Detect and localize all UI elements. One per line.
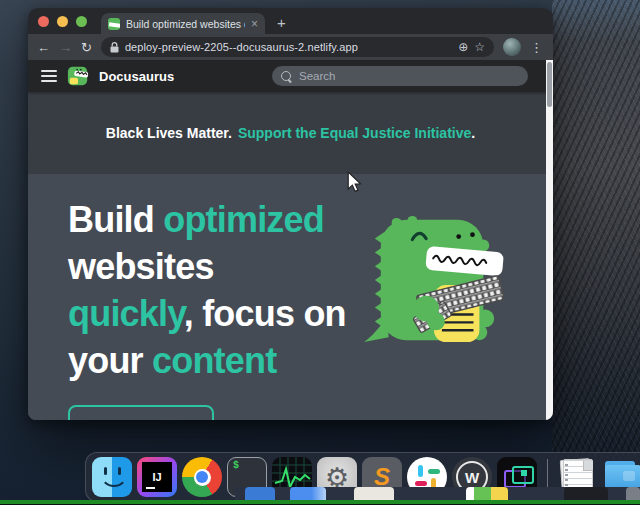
forward-icon[interactable]: →: [59, 41, 72, 54]
headline-line: your content: [68, 337, 346, 384]
headline-text: websites: [68, 246, 214, 287]
scrollbar-thumb[interactable]: [547, 62, 552, 107]
site-title[interactable]: Docusaurus: [99, 69, 174, 84]
minimize-window-button[interactable]: [57, 16, 68, 27]
browser-menu-icon[interactable]: ⋮: [530, 40, 544, 55]
artifact-light-blue-app-icon: [290, 487, 326, 500]
wallpaper-mountain: [552, 0, 640, 460]
window-controls: [38, 8, 87, 34]
hero-headline: Build optimized websites quickly, focus …: [68, 196, 346, 384]
headline-accent: quickly: [68, 293, 184, 334]
search-input[interactable]: [297, 69, 519, 83]
dock-chrome-icon[interactable]: [182, 457, 222, 497]
web-page: Docusaurus Black Lives Matter.Support th…: [28, 60, 553, 420]
site-navbar: Docusaurus: [28, 60, 553, 92]
artifact-gray-app-icon: [626, 487, 640, 500]
artifact-blue-app-icon: [245, 487, 275, 500]
docusaurus-logo: [67, 65, 89, 87]
dock-finder-icon[interactable]: [92, 457, 132, 497]
reload-icon[interactable]: ↻: [81, 41, 92, 54]
search-box[interactable]: [272, 66, 528, 86]
tab-title: Build optimized websites quick: [126, 18, 245, 30]
announcement-link[interactable]: Support the Equal Justice Initiative: [238, 125, 471, 141]
new-tab-button[interactable]: +: [277, 14, 286, 31]
hamburger-menu-icon[interactable]: [41, 70, 57, 82]
lock-icon: [110, 42, 119, 53]
headline-text: , focus on: [184, 293, 346, 334]
profile-avatar[interactable]: [503, 38, 521, 56]
headline-line: quickly, focus on: [68, 290, 346, 337]
tab-close-icon[interactable]: ×: [251, 18, 258, 30]
docusaurus-favicon: [108, 18, 120, 30]
intellij-letters: IJ: [152, 471, 161, 483]
terminal-prompt-glyph: $: [233, 460, 239, 471]
announcement-text: Black Lives Matter.: [106, 125, 232, 141]
headline-accent: optimized: [163, 199, 324, 240]
desktop: { "browser": { "tab_title": "Build optim…: [0, 0, 640, 505]
site-info-icon[interactable]: ⊕: [458, 41, 468, 53]
bookmark-star-icon[interactable]: ☆: [474, 41, 485, 53]
browser-tab[interactable]: Build optimized websites quick ×: [101, 13, 265, 34]
headline-line: Build optimized: [68, 196, 346, 243]
gif-artifact-strip: [235, 487, 640, 500]
artifact-dark-app-icon: [564, 487, 608, 500]
zoom-window-button[interactable]: [76, 16, 87, 27]
headline-line: websites: [68, 243, 346, 290]
browser-window: Build optimized websites quick × + ← → ↻…: [28, 8, 553, 420]
artifact-pie-chart-app-icon: [466, 487, 508, 500]
headline-text: Build: [68, 199, 163, 240]
dock-intellij-icon[interactable]: IJ: [137, 457, 177, 497]
artifact-maps-app-icon: [354, 487, 394, 500]
address-bar[interactable]: deploy-preview-2205--docusaurus-2.netlif…: [101, 37, 494, 57]
mouse-cursor: [346, 171, 362, 193]
announcement-bar: Black Lives Matter.Support the Equal Jus…: [28, 92, 553, 174]
search-icon: [281, 71, 291, 81]
hero-section: Build optimized websites quickly, focus …: [28, 174, 553, 420]
page-scrollbar[interactable]: [546, 60, 553, 420]
headline-text: your: [68, 340, 152, 381]
url-text: deploy-preview-2205--docusaurus-2.netlif…: [125, 41, 452, 53]
tab-strip: Build optimized websites quick × +: [28, 8, 553, 34]
headline-accent: content: [152, 340, 276, 381]
docusaurus-dinosaur-illustration: [363, 210, 511, 350]
browser-toolbar: ← → ↻ deploy-preview-2205--docusaurus-2.…: [28, 34, 553, 60]
announcement-suffix: .: [471, 125, 475, 141]
close-window-button[interactable]: [38, 16, 49, 27]
back-icon[interactable]: ←: [37, 41, 50, 54]
get-started-button[interactable]: [68, 405, 214, 420]
